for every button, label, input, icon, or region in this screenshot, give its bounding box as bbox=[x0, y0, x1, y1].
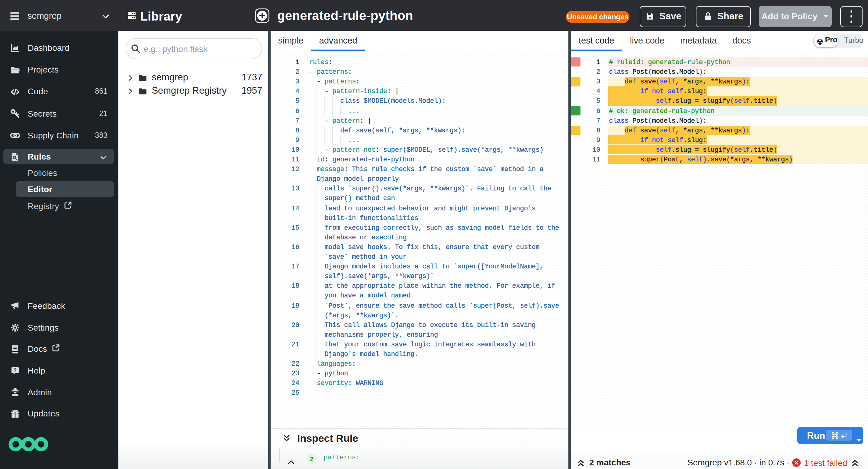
svg-text:?: ? bbox=[14, 367, 17, 373]
